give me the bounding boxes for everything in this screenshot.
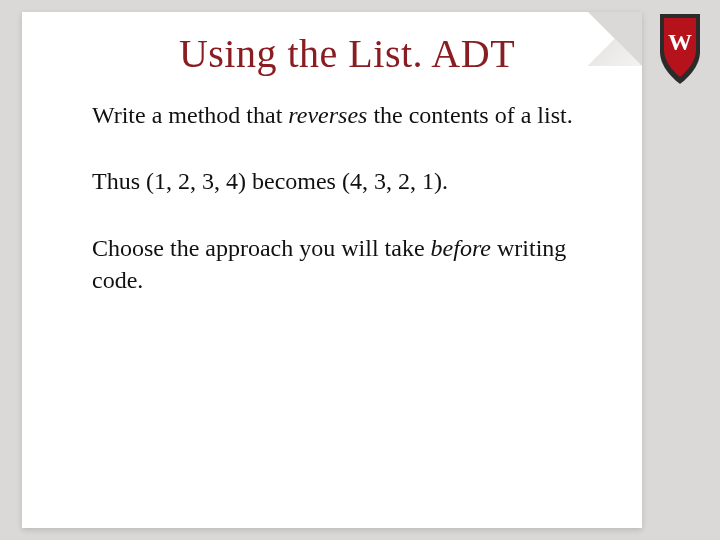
uw-crest-icon: W bbox=[656, 12, 704, 86]
slide: Using the List. ADT Write a method that … bbox=[0, 0, 720, 540]
paragraph-3: Choose the approach you will take before… bbox=[92, 232, 602, 297]
p1-pre: Write a method that bbox=[92, 102, 288, 128]
slide-body: Write a method that reverses the content… bbox=[92, 99, 602, 297]
crest-letter: W bbox=[668, 29, 692, 55]
content-card: Using the List. ADT Write a method that … bbox=[22, 12, 642, 528]
paragraph-2: Thus (1, 2, 3, 4) becomes (4, 3, 2, 1). bbox=[92, 165, 602, 197]
p3-em: before bbox=[431, 235, 491, 261]
p1-post: the contents of a list. bbox=[367, 102, 572, 128]
paragraph-1: Write a method that reverses the content… bbox=[92, 99, 602, 131]
p3-pre: Choose the approach you will take bbox=[92, 235, 431, 261]
p1-em: reverses bbox=[288, 102, 367, 128]
slide-title: Using the List. ADT bbox=[92, 26, 602, 77]
